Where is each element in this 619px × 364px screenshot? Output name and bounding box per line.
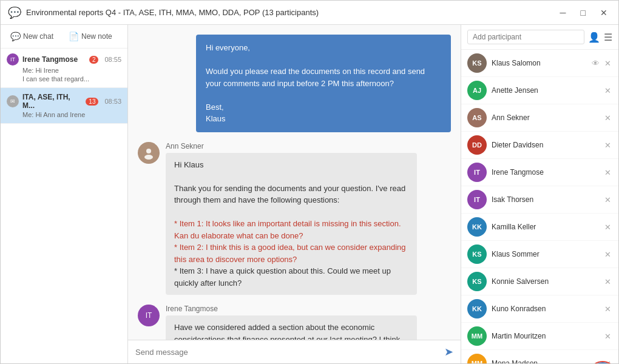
view-button[interactable]: 👁 <box>590 58 601 69</box>
remove-button[interactable]: ✕ <box>603 221 612 233</box>
sidebar-toolbar: 💬 New chat 📄 New note <box>1 25 127 49</box>
remove-button[interactable]: ✕ <box>603 249 612 260</box>
sidebar-item-preview2: I can see that regard... <box>7 75 121 83</box>
sidebar-item-time: 08:55 <box>104 56 121 63</box>
sidebar-item-time: 08:53 <box>104 98 121 105</box>
remove-button[interactable]: ✕ <box>603 331 612 342</box>
unread-badge: 13 <box>86 98 98 106</box>
participant-actions: ✕ <box>603 249 612 260</box>
message-body: Ann Sekner Hi Klaus Thank you for sendin… <box>166 142 417 295</box>
participant-name: Konnie Salversen <box>492 277 598 286</box>
new-chat-button[interactable]: 💬 New chat <box>7 30 57 43</box>
person-icon <box>142 146 155 160</box>
participant-item-mona: MM Mona Madsen ✕ <box>461 350 618 363</box>
title-bar: 💬 Environmental reports Q4 - ITA, ASE, I… <box>1 1 618 25</box>
outgoing-message: Hi everyone, Would you please read the d… <box>196 35 451 132</box>
send-button[interactable]: ➤ <box>444 345 453 359</box>
message-body: Irene Tangmose Have we considered added … <box>166 305 417 340</box>
remove-button[interactable]: ✕ <box>603 276 612 288</box>
sidebar: 💬 New chat 📄 New note IT Irene Tangmose … <box>1 25 128 363</box>
avatar: AS <box>467 108 487 127</box>
minimize-button[interactable]: ─ <box>556 7 570 19</box>
participant-item: AJ Anette Jensen ✕ <box>461 77 618 104</box>
window-title: Environmental reports Q4 - ITA, ASE, ITH… <box>26 8 556 17</box>
avatar: AJ <box>467 81 487 100</box>
participant-actions: 👁 ✕ <box>590 58 612 69</box>
remove-button[interactable]: ✕ <box>603 167 612 178</box>
app-window: 💬 Environmental reports Q4 - ITA, ASE, I… <box>0 0 619 364</box>
sidebar-item-active[interactable]: ✉ ITA, ASE, ITH, M... 13 08:53 Me: Hi An… <box>1 88 127 124</box>
participant-name: Ann Sekner <box>492 113 598 122</box>
participant-item: AS Ann Sekner ✕ <box>461 104 618 132</box>
new-note-button[interactable]: 📄 New note <box>65 30 116 43</box>
sender-name: Ann Sekner <box>166 142 417 150</box>
sender-name: Irene Tangmose <box>166 305 417 313</box>
avatar: KK <box>467 217 487 237</box>
participant-item: KS Konnie Salversen ✕ <box>461 268 618 295</box>
unread-badge: 2 <box>89 56 99 64</box>
remove-button[interactable]: ✕ <box>603 112 612 124</box>
new-chat-label: New chat <box>23 32 53 41</box>
menu-button[interactable]: ☰ <box>604 32 612 43</box>
chat-messages: Hi everyone, Would you please read the d… <box>128 25 461 340</box>
participant-actions: ✕ <box>603 276 612 288</box>
note-icon: 📄 <box>69 32 79 41</box>
incoming-message-container-2: IT Irene Tangmose Have we considered add… <box>138 305 417 340</box>
add-participant-button[interactable]: 👤 <box>588 32 600 43</box>
message-bubble: Hi Klaus Thank you for sending the docum… <box>166 153 417 295</box>
avatar: MM <box>467 326 487 346</box>
sidebar-item-preview: Me: Hi Irene <box>7 67 121 74</box>
participant-item: MM Martin Mouritzen ✕ <box>461 323 618 350</box>
participant-name: Mona Madsen <box>492 359 598 363</box>
participant-item: IT Irene Tangmose ✕ <box>461 159 618 186</box>
participant-name: Isak Thorsen <box>492 195 598 204</box>
participant-actions: ✕ <box>603 140 612 151</box>
svg-point-0 <box>146 149 151 153</box>
maximize-button[interactable]: □ <box>577 7 589 19</box>
close-button[interactable]: ✕ <box>597 7 611 19</box>
participant-actions: ✕ <box>603 221 612 233</box>
participant-name: Kuno Konradsen <box>492 305 598 313</box>
participant-actions: ✕ <box>603 303 612 315</box>
window-controls: ─ □ ✕ <box>556 7 611 19</box>
participant-item: DD Dieter Davidsen ✕ <box>461 132 618 159</box>
participant-name: Kamilla Keller <box>492 223 598 231</box>
participant-name: Klaus Sommer <box>492 250 598 258</box>
sidebar-item-header: ✉ ITA, ASE, ITH, M... 13 08:53 <box>7 93 121 110</box>
participant-actions: ✕ <box>603 112 612 124</box>
participants-panel: 👤 ☰ KS Klaus Salomon 👁 ✕ AJ Anette Jense… <box>461 25 618 363</box>
participant-name: Klaus Salomon <box>492 59 586 67</box>
participant-name: Anette Jensen <box>492 86 598 95</box>
participant-item: KS Klaus Sommer ✕ <box>461 241 618 268</box>
remove-button[interactable]: ✕ <box>603 85 612 96</box>
remove-button[interactable]: ✕ <box>603 58 612 69</box>
chat-input-area: ➤ <box>128 340 461 363</box>
participant-actions: ✕ <box>603 331 612 342</box>
participant-actions: ✕ <box>603 85 612 96</box>
avatar <box>138 142 160 164</box>
new-note-label: New note <box>81 32 112 41</box>
avatar: IT <box>138 305 160 326</box>
remove-button[interactable]: ✕ <box>603 303 612 315</box>
avatar: DD <box>467 135 487 155</box>
participant-item: KS Klaus Salomon 👁 ✕ <box>461 50 618 77</box>
svg-point-1 <box>144 155 153 160</box>
remove-button[interactable]: ✕ <box>603 140 612 151</box>
add-participant-input[interactable] <box>467 30 584 44</box>
participants-header: 👤 ☰ <box>461 25 618 50</box>
avatar: KS <box>467 53 487 73</box>
message-text: Hi everyone, Would you please read the d… <box>206 43 425 123</box>
sidebar-item-header: IT Irene Tangmose 2 08:55 <box>7 53 121 66</box>
avatar: IT <box>467 190 487 209</box>
participants-list: KS Klaus Salomon 👁 ✕ AJ Anette Jensen ✕ <box>461 50 618 363</box>
sidebar-item[interactable]: IT Irene Tangmose 2 08:55 Me: Hi Irene I… <box>1 49 127 88</box>
avatar: KK <box>467 299 487 318</box>
chat-input[interactable] <box>135 348 439 357</box>
remove-button[interactable]: ✕ <box>603 194 612 206</box>
participant-item: IT Isak Thorsen ✕ <box>461 186 618 214</box>
participant-item: KK Kamilla Keller ✕ <box>461 214 618 241</box>
message-bubble: Have we considered added a section about… <box>166 315 417 340</box>
chat-icon: 💬 <box>10 32 21 41</box>
participant-actions: ✕ <box>603 167 612 178</box>
participant-name: Dieter Davidsen <box>492 141 598 149</box>
